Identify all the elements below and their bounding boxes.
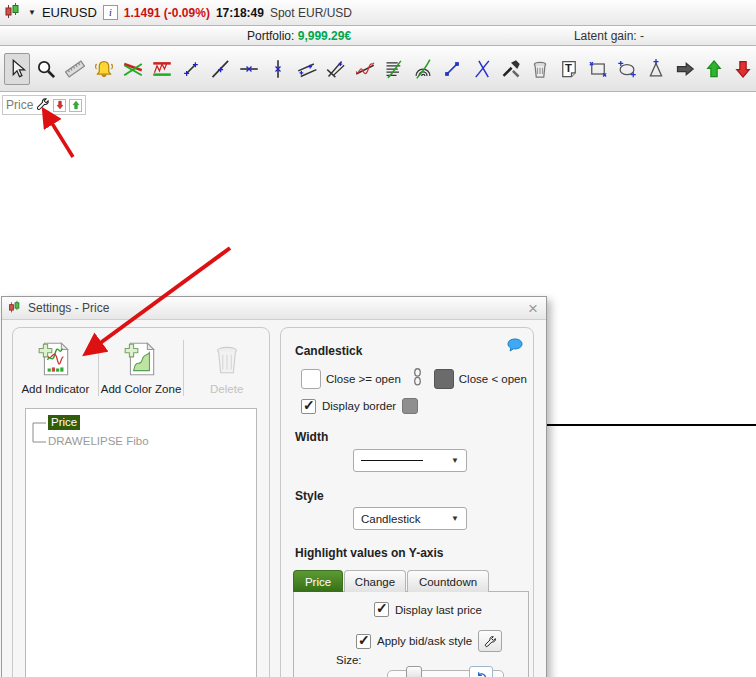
tool-ellipse-icon[interactable] (614, 53, 640, 85)
tool-delete-icon[interactable] (527, 53, 553, 85)
tool-buy-arrow-icon[interactable] (701, 53, 727, 85)
tool-vertical-line-icon[interactable] (265, 53, 291, 85)
tool-channel-icon[interactable] (294, 53, 320, 85)
delete-label: Delete (210, 383, 243, 395)
tool-polyline-icon[interactable] (352, 53, 378, 85)
dialog-title: Settings - Price (28, 301, 109, 315)
red-down-arrow-icon[interactable] (53, 99, 66, 112)
tool-sell-arrow-icon[interactable] (730, 53, 756, 85)
tree-item-drawelipse-fibo[interactable]: DRAWELIPSE Fibo (48, 434, 149, 449)
instrument-description: Spot EUR/USD (270, 6, 352, 20)
price-tab-panel: Display last price Apply bid/ask style S… (293, 591, 529, 677)
tool-zoom-icon[interactable] (33, 53, 59, 85)
tool-tools-icon[interactable] (498, 53, 524, 85)
tool-trend-line-icon[interactable] (207, 53, 233, 85)
series-chip: Price (2, 95, 86, 115)
chevron-down-icon: ▼ (451, 456, 459, 465)
tool-segment-icon[interactable] (439, 53, 465, 85)
price-line[interactable] (545, 424, 756, 426)
tool-price-alert-icon[interactable] (91, 53, 117, 85)
green-up-arrow-icon[interactable] (69, 99, 82, 112)
add-color-zone-button[interactable]: Add Color Zone (99, 336, 184, 400)
close-ge-open-swatch[interactable] (301, 369, 321, 389)
chevron-down-icon: ▼ (451, 514, 459, 523)
line-width-preview (361, 460, 423, 461)
chevron-down-icon[interactable]: ▼ (28, 8, 36, 17)
close-ge-open-label: Close >= open (326, 373, 401, 385)
reset-size-button[interactable] (469, 666, 493, 677)
tool-peaks-pattern-icon[interactable] (149, 53, 175, 85)
style-heading: Style (295, 489, 324, 503)
display-last-price-label: Display last price (395, 604, 482, 616)
tool-ruler-icon[interactable] (62, 53, 88, 85)
close-icon[interactable]: × (528, 300, 538, 317)
bidask-style-wrench-button[interactable] (478, 630, 502, 652)
indicator-tree: Price DRAWELIPSE Fibo (25, 408, 257, 677)
tool-triangle-icon[interactable] (643, 53, 669, 85)
tool-fib-arcs-icon[interactable] (410, 53, 436, 85)
size-label: Size: (336, 654, 362, 666)
wrench-icon[interactable] (36, 97, 50, 114)
add-indicator-button[interactable]: Add Indicator (13, 336, 98, 400)
tool-pitchfork-icon[interactable] (323, 53, 349, 85)
instrument-bar: ▼ EURUSD i 1.1491 (-0.09%) 17:18:49 Spot… (0, 0, 756, 26)
tree-item-price[interactable]: Price (48, 415, 80, 430)
tab-price[interactable]: Price (293, 570, 343, 592)
apply-bidask-label: Apply bid/ask style (377, 635, 472, 647)
info-icon[interactable]: i (103, 5, 118, 20)
svg-text:T: T (565, 62, 572, 74)
close-lt-open-label: Close < open (459, 373, 527, 385)
tool-rectangle-icon[interactable] (585, 53, 611, 85)
tab-countdown[interactable]: Countdown (407, 570, 489, 592)
style-dropdown[interactable]: Candlestick ▼ (353, 507, 467, 530)
display-border-checkbox[interactable] (301, 399, 316, 414)
latent-gain-value: - (640, 29, 644, 43)
comment-icon[interactable] (507, 338, 523, 355)
candlestick-heading: Candlestick (295, 344, 362, 358)
tool-short-trend-line-icon[interactable] (178, 53, 204, 85)
dialog-titlebar[interactable]: Settings - Price × (2, 297, 546, 320)
latent-gain-label: Latent gain: (574, 29, 637, 43)
link-colors-icon[interactable] (412, 366, 423, 391)
highlight-heading: Highlight values on Y-axis (295, 546, 443, 560)
border-color-swatch[interactable] (402, 398, 418, 414)
display-border-label: Display border (322, 400, 396, 412)
apply-bidask-checkbox[interactable] (356, 634, 371, 649)
add-indicator-icon (36, 340, 74, 381)
add-color-zone-label: Add Color Zone (101, 383, 182, 395)
time-label: 17:18:49 (216, 6, 264, 20)
size-slider-handle[interactable] (406, 666, 422, 677)
display-last-price-checkbox[interactable] (374, 602, 389, 617)
trading-platform-window: ▼ EURUSD i 1.1491 (-0.09%) 17:18:49 Spot… (0, 0, 756, 677)
delete-button: Delete (184, 336, 269, 400)
indicator-list-panel: Add Indicator Add Color Zone (12, 327, 270, 677)
trash-icon (208, 340, 246, 381)
candlestick-icon (8, 300, 22, 317)
tool-cursor-icon[interactable] (4, 53, 30, 85)
drawing-toolbar: T (0, 46, 756, 92)
style-value: Candlestick (361, 513, 420, 525)
add-color-zone-icon (122, 340, 160, 381)
tool-pattern-lines-icon[interactable] (120, 53, 146, 85)
width-dropdown[interactable]: ▼ (353, 449, 467, 472)
close-lt-open-swatch[interactable] (434, 369, 454, 389)
tool-crossed-lines-icon[interactable] (469, 53, 495, 85)
candlestick-icon (4, 2, 22, 23)
tool-horizontal-line-icon[interactable] (236, 53, 262, 85)
settings-dialog: Settings - Price × (1, 296, 547, 677)
symbol-label[interactable]: EURUSD (42, 5, 97, 20)
price-change-label: 1.1491 (-0.09%) (124, 6, 210, 20)
tool-fib-retracement-icon[interactable] (381, 53, 407, 85)
tool-text-icon[interactable]: T (556, 53, 582, 85)
portfolio-value: 9,999.29€ (298, 29, 351, 43)
add-indicator-label: Add Indicator (21, 383, 89, 395)
candlestick-settings-panel: Candlestick Close >= open Close < open D… (280, 327, 534, 677)
series-label: Price (6, 98, 33, 112)
portfolio-label: Portfolio: (247, 29, 294, 43)
tool-forward-arrow-icon[interactable] (672, 53, 698, 85)
width-heading: Width (295, 430, 328, 444)
tab-change[interactable]: Change (344, 570, 406, 592)
portfolio-bar: Portfolio: 9,999.29€ Latent gain: - (0, 26, 756, 46)
